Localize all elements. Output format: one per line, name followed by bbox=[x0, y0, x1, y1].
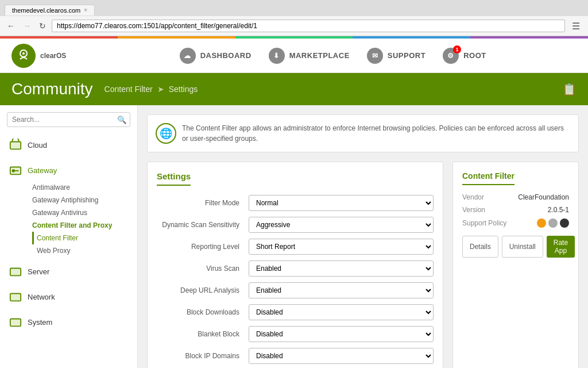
form-row-block-downloads: Block Downloads Disabled Enabled bbox=[157, 304, 434, 320]
deep-url-label: Deep URL Analysis bbox=[157, 286, 249, 294]
server-label: Server bbox=[28, 267, 49, 276]
sidebar: 🔍 Cloud bbox=[0, 105, 138, 368]
support-icon: ✉ bbox=[367, 48, 383, 64]
deep-url-select[interactable]: Enabled Disabled bbox=[249, 282, 434, 298]
info-box: 🌐 The Content Filter app allows an admin… bbox=[147, 114, 579, 152]
nav-label-dashboard: DASHBOARD bbox=[200, 51, 252, 60]
nav-item-marketplace[interactable]: ⬇ MARKETPLACE bbox=[269, 48, 350, 64]
gateway-sub-items: Antimalware Gateway Antiphishing Gateway… bbox=[0, 181, 137, 257]
top-nav-items: ☁ DASHBOARD ⬇ MARKETPLACE ✉ SUPPORT ⚙ 1 … bbox=[89, 48, 577, 64]
root-badge: 1 bbox=[453, 45, 461, 53]
sidebar-section-server: Server bbox=[0, 260, 137, 282]
logo-area: clearOS bbox=[11, 44, 66, 68]
search-box: 🔍 bbox=[7, 112, 130, 127]
edit-icon: 📋 bbox=[562, 82, 577, 96]
gateway-label: Gateway bbox=[28, 166, 57, 175]
sidebar-section-cloud: Cloud bbox=[0, 134, 137, 156]
dashboard-icon: ☁ bbox=[180, 48, 196, 64]
filter-mode-label: Filter Mode bbox=[157, 199, 249, 207]
tab-close-button[interactable]: × bbox=[84, 7, 87, 13]
gateway-icon bbox=[9, 164, 22, 177]
content-filter-panel-title: Content Filter bbox=[462, 171, 514, 185]
browser-chrome: themedevel.clearos.com × ← → ↻ ☰ bbox=[0, 0, 588, 36]
browser-tab[interactable]: themedevel.clearos.com × bbox=[5, 5, 95, 16]
search-icon-button[interactable]: 🔍 bbox=[117, 116, 127, 124]
svg-rect-6 bbox=[10, 269, 21, 276]
svg-rect-2 bbox=[10, 142, 21, 150]
support-dot-dark bbox=[560, 218, 569, 228]
breadcrumb-separator: ➤ bbox=[157, 85, 164, 94]
globe-icon: 🌐 bbox=[156, 123, 176, 144]
url-input[interactable] bbox=[52, 20, 565, 32]
root-icon: ⚙ 1 bbox=[443, 48, 459, 64]
blanket-block-select[interactable]: Disabled Enabled bbox=[249, 326, 434, 342]
info-text: The Content Filter app allows an adminis… bbox=[182, 124, 564, 143]
support-dot-gray bbox=[548, 218, 558, 228]
forward-button[interactable]: → bbox=[21, 20, 33, 32]
virus-scan-label: Virus Scan bbox=[157, 264, 249, 273]
clearos-logo-svg bbox=[16, 48, 32, 64]
svg-point-1 bbox=[22, 52, 25, 55]
logo-text: clearOS bbox=[40, 52, 66, 60]
block-downloads-select[interactable]: Disabled Enabled bbox=[249, 304, 434, 320]
marketplace-icon: ⬇ bbox=[269, 48, 285, 64]
blanket-block-label: Blanket Block bbox=[157, 330, 249, 338]
block-ip-label: Block IP Domains bbox=[157, 352, 249, 360]
nav-item-dashboard[interactable]: ☁ DASHBOARD bbox=[180, 48, 252, 64]
cloud-label: Cloud bbox=[28, 141, 47, 150]
back-button[interactable]: ← bbox=[5, 20, 17, 32]
sidebar-item-antimalware[interactable]: Antimalware bbox=[28, 181, 137, 194]
sidebar-item-content-filter-proxy[interactable]: Content Filter and Proxy bbox=[28, 219, 137, 232]
reporting-level-label: Reporting Level bbox=[157, 243, 249, 251]
sidebar-section-network: Network bbox=[0, 286, 137, 308]
form-row-deep-url: Deep URL Analysis Enabled Disabled bbox=[157, 282, 434, 298]
breadcrumb-settings: Settings bbox=[169, 85, 198, 94]
sidebar-section-gateway: Gateway Antimalware Gateway Antiphishing… bbox=[0, 159, 137, 257]
sidebar-section-system: System bbox=[0, 311, 137, 333]
svg-point-4 bbox=[13, 170, 15, 172]
form-row-reporting-level: Reporting Level Short Report Full Report… bbox=[157, 239, 434, 255]
nav-item-root[interactable]: ⚙ 1 ROOT bbox=[443, 48, 486, 64]
content-columns: Settings Filter Mode Normal Permissive R… bbox=[147, 162, 579, 368]
search-input[interactable] bbox=[7, 112, 130, 127]
version-value: 2.0.5-1 bbox=[548, 206, 569, 214]
sidebar-item-server[interactable]: Server bbox=[0, 260, 137, 282]
breadcrumb-content-filter[interactable]: Content Filter bbox=[105, 85, 153, 94]
sidebar-item-gateway-antiphishing[interactable]: Gateway Antiphishing bbox=[28, 194, 137, 206]
nav-label-root: ROOT bbox=[463, 51, 486, 60]
reporting-level-select[interactable]: Short Report Full Report None bbox=[249, 239, 434, 255]
system-icon bbox=[9, 316, 22, 328]
nav-item-support[interactable]: ✉ SUPPORT bbox=[367, 48, 425, 64]
sidebar-item-web-proxy[interactable]: Web Proxy bbox=[32, 244, 137, 257]
block-ip-select[interactable]: Disabled Enabled bbox=[249, 348, 434, 364]
virus-scan-select[interactable]: Enabled Disabled bbox=[249, 260, 434, 277]
sidebar-item-content-filter[interactable]: Content Filter bbox=[32, 232, 137, 244]
uninstall-button[interactable]: Uninstall bbox=[502, 236, 543, 258]
details-button[interactable]: Details bbox=[462, 236, 498, 258]
form-row-filter-mode: Filter Mode Normal Permissive Restrictiv… bbox=[157, 195, 434, 211]
breadcrumb: Content Filter ➤ Settings bbox=[105, 85, 198, 94]
sidebar-item-network[interactable]: Network bbox=[0, 286, 137, 308]
vendor-value: ClearFoundation bbox=[518, 193, 569, 201]
nav-label-marketplace: MARKETPLACE bbox=[289, 51, 350, 60]
rate-app-button[interactable]: Rate App bbox=[547, 236, 575, 258]
browser-menu-button[interactable]: ☰ bbox=[568, 20, 583, 33]
reload-button[interactable]: ↻ bbox=[37, 20, 48, 32]
side-panel: Content Filter Vendor ClearFoundation Ve… bbox=[452, 162, 579, 368]
block-downloads-label: Block Downloads bbox=[157, 308, 249, 316]
network-label: Network bbox=[28, 293, 55, 301]
sidebar-item-system[interactable]: System bbox=[0, 311, 137, 333]
filter-mode-select[interactable]: Normal Permissive Restrictive bbox=[249, 195, 434, 211]
sidebar-item-cloud[interactable]: Cloud bbox=[0, 134, 137, 156]
sidebar-item-gateway-antivirus[interactable]: Gateway Antivirus bbox=[28, 206, 137, 219]
dynamic-scan-select[interactable]: Aggressive Normal Low bbox=[249, 217, 434, 233]
vendor-label: Vendor bbox=[462, 193, 484, 201]
form-row-dynamic-scan: Dynamic Scan Sensitivity Aggressive Norm… bbox=[157, 217, 434, 233]
version-row: Version 2.0.5-1 bbox=[462, 206, 569, 214]
server-icon bbox=[9, 265, 22, 278]
top-nav: clearOS ☁ DASHBOARD ⬇ MARKETPLACE ✉ SUPP… bbox=[0, 39, 588, 73]
version-label: Version bbox=[462, 206, 485, 214]
cloud-icon bbox=[9, 139, 22, 151]
app-wrapper: clearOS ☁ DASHBOARD ⬇ MARKETPLACE ✉ SUPP… bbox=[0, 39, 588, 368]
sidebar-item-gateway[interactable]: Gateway bbox=[0, 159, 137, 181]
